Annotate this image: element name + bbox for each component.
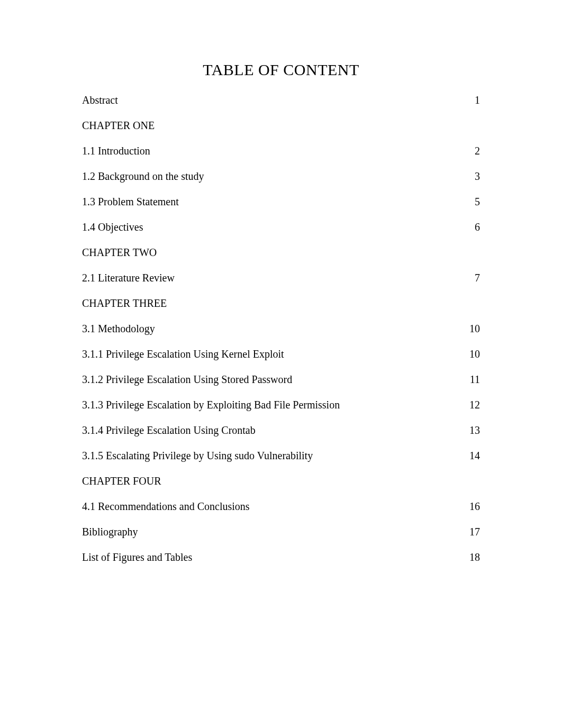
toc-entry-page: 10 (464, 348, 480, 360)
toc-entry-page: 14 (464, 449, 480, 462)
toc-entry-label: 3.1.3 Privilege Escalation by Exploiting… (82, 398, 464, 411)
toc-entry: Bibliography17 (82, 525, 480, 538)
toc-entry-label: 1.1 Introduction (82, 144, 464, 157)
toc-entry-label: 3.1.1 Privilege Escalation Using Kernel … (82, 348, 464, 360)
toc-entry-label: 1.2 Background on the study (82, 170, 464, 183)
toc-entry: 3.1 Methodology10 (82, 322, 480, 335)
toc-entry: List of Figures and Tables18 (82, 551, 480, 563)
toc-entry-label: 3.1 Methodology (82, 322, 464, 335)
toc-entry-label: 1.3 Problem Statement (82, 195, 464, 208)
toc-entry-page: 2 (464, 144, 480, 157)
toc-entry: 2.1 Literature Review7 (82, 271, 480, 284)
toc-chapter-heading: CHAPTER TWO (82, 246, 480, 259)
toc-entry: 1.4 Objectives6 (82, 221, 480, 233)
toc-entry-page: 13 (464, 424, 480, 436)
toc-entry-page: 12 (464, 398, 480, 411)
toc-entry: Abstract1 (82, 94, 480, 106)
toc-entry-label: 1.4 Objectives (82, 221, 464, 233)
toc-entry: 4.1 Recommendations and Conclusions16 (82, 500, 480, 513)
table-of-contents: Abstract1CHAPTER ONE1.1 Introduction21.2… (82, 94, 480, 563)
toc-entry-label: 3.1.5 Escalating Privilege by Using sudo… (82, 449, 464, 462)
toc-entry-page: 7 (464, 271, 480, 284)
toc-chapter-heading: CHAPTER FOUR (82, 475, 480, 487)
toc-entry: 3.1.4 Privilege Escalation Using Crontab… (82, 424, 480, 436)
toc-entry-page: 5 (464, 195, 480, 208)
toc-entry: 3.1.1 Privilege Escalation Using Kernel … (82, 348, 480, 360)
toc-entry: 3.1.3 Privilege Escalation by Exploiting… (82, 398, 480, 411)
page-title: TABLE OF CONTENT (82, 61, 480, 79)
toc-entry: 1.3 Problem Statement5 (82, 195, 480, 208)
toc-chapter-heading: CHAPTER THREE (82, 297, 480, 310)
toc-entry: 3.1.5 Escalating Privilege by Using sudo… (82, 449, 480, 462)
toc-entry-page: 18 (464, 551, 480, 563)
toc-entry-label: List of Figures and Tables (82, 551, 464, 563)
document-page: TABLE OF CONTENT Abstract1CHAPTER ONE1.1… (0, 0, 562, 728)
toc-entry-page: 17 (464, 525, 480, 538)
toc-entry: 1.1 Introduction2 (82, 144, 480, 157)
toc-chapter-heading: CHAPTER ONE (82, 119, 480, 132)
toc-entry: 1.2 Background on the study3 (82, 170, 480, 183)
toc-entry-label: 3.1.4 Privilege Escalation Using Crontab (82, 424, 464, 436)
toc-entry-page: 1 (464, 94, 480, 106)
toc-entry-label: 4.1 Recommendations and Conclusions (82, 500, 464, 513)
toc-entry-page: 6 (464, 221, 480, 233)
toc-entry-label: 2.1 Literature Review (82, 271, 464, 284)
toc-entry-page: 11 (464, 373, 480, 386)
toc-entry: 3.1.2 Privilege Escalation Using Stored … (82, 373, 480, 386)
toc-entry-label: Abstract (82, 94, 464, 106)
toc-entry-page: 10 (464, 322, 480, 335)
toc-entry-label: 3.1.2 Privilege Escalation Using Stored … (82, 373, 464, 386)
toc-entry-page: 16 (464, 500, 480, 513)
toc-entry-page: 3 (464, 170, 480, 183)
toc-entry-label: Bibliography (82, 525, 464, 538)
